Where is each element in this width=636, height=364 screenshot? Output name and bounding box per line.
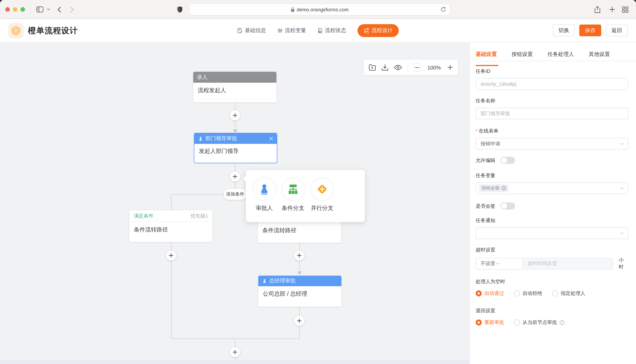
new-file-icon[interactable] xyxy=(369,64,376,70)
radio-assign-handler[interactable]: 指定处理人 xyxy=(552,290,585,297)
address-bar[interactable]: demo.orangeforms.com xyxy=(189,4,450,16)
panel-tabs: 基础设置 按钮设置 任务处理人 其他设置 xyxy=(470,42,636,61)
user-icon xyxy=(262,278,267,284)
app-logo xyxy=(8,23,24,38)
node-dept-body: 发起人部门领导 xyxy=(194,144,277,161)
add-node-button[interactable] xyxy=(230,110,240,120)
tab-button-settings[interactable]: 按钮设置 xyxy=(512,51,533,61)
popup-item-approver[interactable]: 审批人 xyxy=(253,178,276,212)
radio-auto-reject[interactable]: 自动拒绝 xyxy=(514,290,542,297)
popup-item-parallel-branch[interactable]: 并行分支 xyxy=(310,178,334,212)
close-icon[interactable] xyxy=(269,137,273,140)
new-tab-icon[interactable] xyxy=(609,0,615,19)
node-dept-approval[interactable]: 部门领导审批 发起人部门领导 xyxy=(194,133,277,163)
condition-body: 条件流转路径 xyxy=(258,222,341,240)
empty-handler-label: 处理人为空时 xyxy=(476,278,628,285)
sidebar-chevron-icon[interactable] xyxy=(47,0,50,19)
popup-tail xyxy=(243,176,249,182)
sidebar-toggle-icon[interactable] xyxy=(36,0,44,19)
countersign-toggle[interactable] xyxy=(501,202,515,210)
radio-auto-pass[interactable]: 自动通过 xyxy=(476,290,504,297)
add-node-button[interactable] xyxy=(230,347,240,357)
return-setting-radios: 重新审批 从当前节点审批 xyxy=(476,319,628,326)
tab-basic-settings[interactable]: 基础设置 xyxy=(476,51,497,61)
chevron-down-icon xyxy=(620,231,624,236)
zoom-level: 100% xyxy=(427,64,441,70)
tab-process-design[interactable]: 流程设计 xyxy=(357,24,399,37)
condition-branch-icon xyxy=(287,183,299,196)
header-tabs: 基础信息 流程变量 流程状态 流程设计 xyxy=(237,24,399,37)
flow-arrow xyxy=(297,272,302,275)
tab-other-settings[interactable]: 其他设置 xyxy=(589,51,610,61)
tab-process-status[interactable]: 流程状态 xyxy=(317,24,346,37)
tab-basic-info[interactable]: 基础信息 xyxy=(237,24,266,37)
settings-panel: 基础设置 按钮设置 任务处理人 其他设置 任务ID Activity_1dha8… xyxy=(469,42,636,364)
node-start-body: 流程发起人 xyxy=(193,83,276,100)
timeout-mode-select[interactable]: 不设置 xyxy=(476,258,523,270)
info-icon xyxy=(560,320,564,325)
zoom-out-button[interactable] xyxy=(414,64,421,71)
task-id-input[interactable]: Activity_1dha8pj xyxy=(476,78,628,90)
node-dept-title: 部门领导审批 xyxy=(205,135,237,142)
task-variable-select[interactable]: 报销金额 xyxy=(476,182,628,194)
add-condition-tooltip[interactable]: 添加条件 xyxy=(224,189,247,200)
countersign-label: 是否会签 xyxy=(476,202,495,210)
switch-button[interactable]: 切换 xyxy=(553,24,575,36)
node-gm-approval[interactable]: 总经理审批 公司总部 / 总经理 xyxy=(258,276,341,306)
flow-canvas[interactable]: 100% 录入 流程发起人 xyxy=(0,42,469,364)
variable-tag: 报销金额 xyxy=(479,184,509,192)
parallel-branch-icon xyxy=(315,182,329,196)
refresh-icon[interactable] xyxy=(441,6,446,12)
toolbar-divider xyxy=(408,63,408,72)
close-window-button[interactable] xyxy=(5,7,10,12)
back-button-header[interactable]: 返回 xyxy=(606,24,628,36)
add-node-button[interactable] xyxy=(294,316,304,326)
minimize-window-button[interactable] xyxy=(13,7,17,12)
timeout-unit: 小时 xyxy=(619,257,628,270)
task-name-input[interactable]: 部门领导审批 xyxy=(476,108,628,119)
tab-task-assignee[interactable]: 任务处理人 xyxy=(547,51,574,61)
add-node-button[interactable] xyxy=(230,172,240,182)
radio-from-current-node[interactable]: 从当前节点审批 xyxy=(514,319,564,326)
timeout-value-input[interactable]: 超时时间设置 xyxy=(523,258,613,270)
form-icon xyxy=(237,28,243,33)
node-gm-title: 总经理审批 xyxy=(269,278,296,284)
preview-eye-icon[interactable] xyxy=(394,64,402,70)
privacy-shield-icon[interactable] xyxy=(177,0,183,19)
condition-title: 满足条件 xyxy=(134,212,153,219)
flow-arrow xyxy=(233,130,238,133)
save-button[interactable]: 保存 xyxy=(579,24,601,36)
canvas-toolbar: 100% xyxy=(364,60,458,75)
user-icon xyxy=(198,136,203,141)
condition-body: 条件流转路径 xyxy=(129,222,213,240)
orange-logo-icon xyxy=(11,26,21,36)
share-icon[interactable] xyxy=(594,0,600,19)
radio-re-approve[interactable]: 重新审批 xyxy=(476,319,504,326)
download-icon[interactable] xyxy=(381,64,388,71)
add-node-button[interactable] xyxy=(166,250,176,260)
flow-line xyxy=(171,194,172,210)
node-start[interactable]: 录入 流程发起人 xyxy=(193,72,276,102)
task-variable-label: 任务变量 xyxy=(476,172,628,179)
condition-priority: 优先级1 xyxy=(190,212,208,219)
doc-status-icon xyxy=(317,28,323,33)
zoom-window-button[interactable] xyxy=(21,7,25,12)
task-notify-label: 任务通知 xyxy=(476,217,628,224)
tab-overview-icon[interactable] xyxy=(622,0,628,19)
zoom-in-button[interactable] xyxy=(447,64,453,70)
task-name-label: 任务名称 xyxy=(476,98,628,104)
back-button[interactable] xyxy=(58,0,61,19)
tab-process-variables[interactable]: 流程变量 xyxy=(277,24,306,37)
sliders-icon xyxy=(277,28,283,33)
node-type-popup: 审批人 条件分支 并行分支 xyxy=(246,170,365,222)
chevron-down-icon xyxy=(620,186,624,191)
allow-edit-toggle[interactable] xyxy=(501,157,515,164)
tag-close-icon[interactable] xyxy=(501,186,506,191)
forward-button[interactable] xyxy=(70,0,74,19)
task-notify-select[interactable] xyxy=(476,227,628,239)
add-node-button[interactable] xyxy=(294,250,304,260)
url-text: demo.orangeforms.com xyxy=(297,6,349,12)
popup-item-condition-branch[interactable]: 条件分支 xyxy=(281,178,305,212)
node-condition-left[interactable]: 满足条件 优先级1 条件流转路径 xyxy=(129,210,213,242)
online-form-select[interactable]: 报销申请 xyxy=(476,138,628,150)
